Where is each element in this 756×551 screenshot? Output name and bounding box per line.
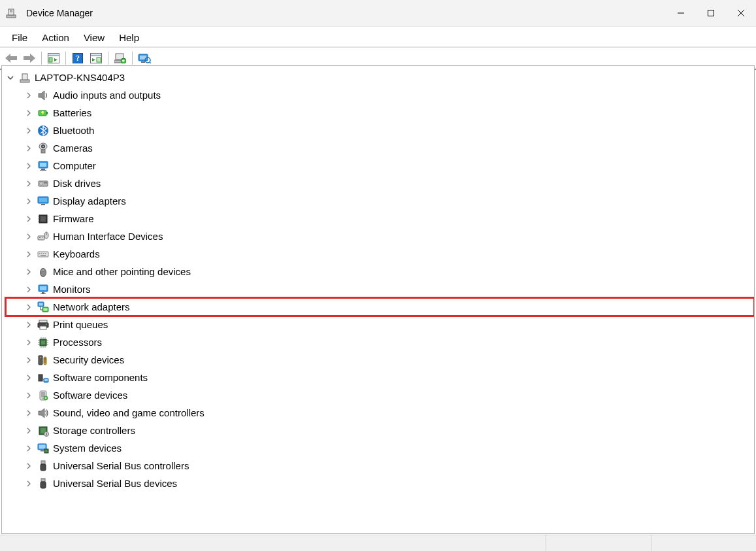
chevron-right-icon[interactable]: [24, 426, 33, 435]
toolbar-scan-button[interactable]: [136, 50, 153, 66]
svg-rect-109: [44, 379, 48, 381]
tree-node-audio[interactable]: Audio inputs and outputs: [6, 86, 754, 104]
tree-node-camera[interactable]: Cameras: [6, 139, 754, 157]
tree-node-keyboard[interactable]: Keyboards: [6, 245, 754, 263]
tree-node-storage[interactable]: Storage controllers: [6, 422, 754, 439]
chevron-right-icon[interactable]: [24, 409, 33, 418]
tree-node-usb[interactable]: Universal Serial Bus devices: [6, 475, 754, 492]
toolbar-update-button[interactable]: [112, 50, 129, 66]
device-tree-panel[interactable]: LAPTOP-KNS404P3 Audio inputs and outputs…: [1, 65, 755, 534]
tree-node-sound[interactable]: Sound, video and game controllers: [6, 404, 754, 422]
toolbar-show-hide-tree-button[interactable]: [45, 50, 62, 66]
tree-node-software-comp[interactable]: Software components: [6, 369, 754, 386]
tree-node-system[interactable]: System devices: [6, 439, 754, 457]
svg-rect-49: [39, 198, 47, 202]
camera-icon: [37, 142, 49, 154]
menu-file[interactable]: File: [5, 31, 34, 44]
chevron-right-icon[interactable]: [24, 320, 33, 329]
chevron-right-icon[interactable]: [24, 444, 33, 453]
mouse-icon: [37, 266, 49, 278]
maximize-button[interactable]: [696, 0, 726, 26]
chevron-right-icon[interactable]: [24, 179, 33, 188]
chevron-right-icon[interactable]: [24, 232, 33, 241]
chevron-down-icon[interactable]: [6, 73, 15, 82]
chevron-right-icon[interactable]: [24, 373, 33, 382]
tree-node-firmware[interactable]: Firmware: [6, 210, 754, 227]
svg-rect-47: [44, 182, 47, 184]
chevron-right-icon[interactable]: [24, 197, 33, 206]
svg-rect-128: [44, 461, 44, 462]
svg-rect-76: [42, 292, 44, 293]
tree-node-battery[interactable]: Batteries: [6, 104, 754, 122]
svg-rect-0: [7, 15, 16, 18]
tree-node-bluetooth[interactable]: Bluetooth: [6, 122, 754, 139]
svg-rect-129: [41, 464, 46, 471]
tree-node-network[interactable]: Network adapters: [6, 298, 754, 316]
chevron-right-icon[interactable]: [24, 161, 33, 171]
chevron-right-icon[interactable]: [24, 250, 33, 259]
toolbar-help-button[interactable]: ?: [69, 50, 86, 66]
tree-node-label: Print queues: [53, 319, 108, 330]
chevron-right-icon[interactable]: [24, 391, 33, 400]
svg-rect-132: [44, 479, 44, 480]
storage-icon: [37, 425, 49, 437]
svg-rect-73: [42, 269, 44, 271]
tree-node-label: Universal Serial Bus devices: [53, 478, 177, 489]
close-button[interactable]: [726, 0, 756, 26]
status-cell-2: [546, 535, 651, 551]
tree-node-monitor[interactable]: Monitors: [6, 280, 754, 298]
chevron-right-icon[interactable]: [24, 126, 33, 135]
tree-node-label: Display adapters: [53, 195, 126, 207]
window-controls: [666, 0, 756, 26]
svg-rect-62: [42, 237, 42, 238]
svg-rect-60: [39, 237, 40, 238]
tree-node-printer[interactable]: Print queues: [6, 316, 754, 333]
chevron-right-icon[interactable]: [24, 144, 33, 153]
chevron-right-icon[interactable]: [24, 267, 33, 276]
tree-node-label: Storage controllers: [53, 425, 135, 436]
minimize-button[interactable]: [666, 0, 696, 26]
chevron-right-icon[interactable]: [24, 356, 33, 365]
tree-node-cpu[interactable]: Processors: [6, 333, 754, 351]
svg-rect-86: [40, 326, 46, 329]
tree-node-label: Sound, video and game controllers: [53, 407, 205, 418]
toolbar-forward-button[interactable]: [21, 50, 38, 66]
menu-view[interactable]: View: [77, 31, 111, 44]
svg-rect-127: [42, 461, 43, 462]
tree-root-node[interactable]: LAPTOP-KNS404P3: [6, 69, 754, 86]
tree-node-security[interactable]: Security devices: [6, 351, 754, 369]
tree-node-label: Processors: [53, 337, 102, 348]
chevron-right-icon[interactable]: [24, 214, 33, 224]
keyboard-icon: [37, 248, 49, 260]
svg-rect-126: [41, 461, 45, 464]
tree-node-computer[interactable]: Computer: [6, 157, 754, 175]
chevron-right-icon[interactable]: [24, 91, 33, 100]
svg-rect-125: [46, 450, 48, 452]
system-icon: [37, 442, 49, 454]
software-dev-icon: [37, 390, 49, 401]
menu-bar: File Action View Help: [0, 27, 756, 47]
menu-help[interactable]: Help: [112, 31, 146, 44]
chevron-right-icon[interactable]: [24, 285, 33, 294]
tree-node-disk[interactable]: Disk drives: [6, 175, 754, 192]
chevron-right-icon[interactable]: [24, 109, 33, 118]
tree-node-hid[interactable]: Human Interface Devices: [6, 227, 754, 245]
chevron-right-icon[interactable]: [24, 338, 33, 347]
tree-node-mouse[interactable]: Mice and other pointing devices: [6, 263, 754, 280]
tree-node-display[interactable]: Display adapters: [6, 192, 754, 210]
chevron-right-icon[interactable]: [24, 479, 33, 488]
chevron-right-icon[interactable]: [24, 461, 33, 471]
tree-node-label: Disk drives: [53, 178, 101, 189]
tree-node-usb[interactable]: Universal Serial Bus controllers: [6, 457, 754, 475]
tree-node-label: Software devices: [53, 390, 127, 401]
svg-rect-68: [43, 253, 44, 254]
tree-node-label: Computer: [53, 160, 96, 171]
svg-rect-84: [39, 320, 47, 323]
menu-action[interactable]: Action: [35, 31, 76, 44]
chevron-right-icon[interactable]: [24, 303, 33, 312]
cpu-icon: [37, 337, 49, 348]
svg-rect-89: [41, 341, 45, 344]
toolbar-back-button[interactable]: [3, 50, 20, 66]
tree-node-software-dev[interactable]: Software devices: [6, 386, 754, 404]
toolbar-properties-button[interactable]: [88, 50, 105, 66]
